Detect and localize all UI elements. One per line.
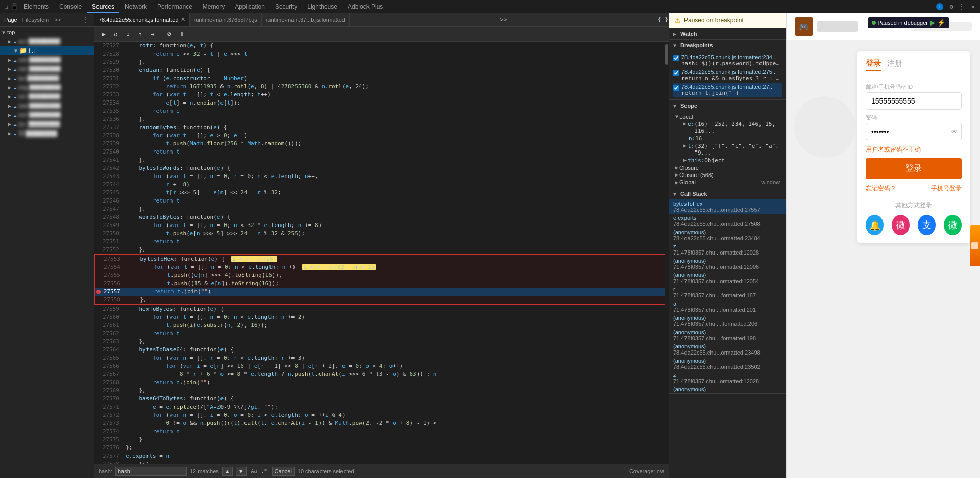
source-tabs-overflow[interactable]: >> bbox=[497, 16, 510, 23]
tab-lighthouse[interactable]: Lighthouse bbox=[302, 0, 342, 13]
social-btn-alipay[interactable]: 支 bbox=[918, 215, 936, 235]
call-stack-section-header[interactable]: ▼ Call Stack bbox=[669, 188, 786, 199]
close-devtools-button[interactable]: ✕ bbox=[968, 2, 978, 12]
tab-console[interactable]: Console bbox=[54, 0, 87, 13]
eye-icon[interactable]: 👁 bbox=[951, 128, 958, 135]
resume-button[interactable]: ▶ bbox=[99, 29, 109, 39]
tab-memory[interactable]: Memory bbox=[198, 0, 230, 13]
sidebar-tab-page[interactable]: Page bbox=[4, 17, 17, 23]
call-stack-item-0[interactable]: bytesToHex 78.4da22c55.chu...ormatted:27… bbox=[669, 199, 786, 214]
search-cancel-button[interactable]: Cancel bbox=[272, 467, 295, 476]
app-phone-login-link[interactable]: 手机号登录 bbox=[931, 184, 962, 193]
social-btn-wechat[interactable]: 微 bbox=[944, 215, 962, 235]
scrollbar-handle[interactable] bbox=[665, 44, 668, 65]
device-icon[interactable]: 📱 bbox=[10, 3, 18, 11]
tab-network[interactable]: Network bbox=[119, 0, 152, 13]
app-resume-icon[interactable]: ▶ bbox=[930, 19, 935, 27]
call-stack-item-10[interactable]: (anonymous) 78.4da22c55.chu...ormatted:2… bbox=[669, 342, 786, 357]
app-login-button[interactable]: 登录 bbox=[866, 158, 962, 179]
search-case-sensitive-button[interactable]: Aa bbox=[250, 467, 259, 476]
sidebar-item-veri[interactable]: ▶ ☁ veri ████████ bbox=[0, 110, 94, 119]
sidebar-item-lan[interactable]: ▶ ☁ lan ████████ bbox=[0, 73, 94, 83]
sidebar-item-stat[interactable]: ▶ ☁ stat ████████ bbox=[0, 101, 94, 110]
tab-adblock[interactable]: Adblock Plus bbox=[342, 0, 388, 13]
search-next-button[interactable]: ▼ bbox=[236, 467, 247, 476]
scope-item-t[interactable]: ▶ t: (32) ["f", "c", "e", "a", "9... bbox=[681, 142, 782, 157]
sidebar-item-cdn1[interactable]: ▶ ☁ cdn ████████ bbox=[0, 55, 94, 64]
sidebar-item-ssl[interactable]: ▶ ☁ ssl- ████████ bbox=[0, 92, 94, 101]
social-btn-weibo[interactable]: 微 bbox=[892, 215, 910, 235]
social-btn-bell[interactable]: 🔔 bbox=[866, 215, 884, 235]
call-stack-item-7[interactable]: a 71.478f0357.chu...:formatted:201 bbox=[669, 299, 786, 314]
sidebar-more-icon[interactable]: ⋮ bbox=[82, 16, 90, 24]
scope-closure-header[interactable]: ▶ Closure bbox=[673, 164, 782, 171]
tab-security[interactable]: Security bbox=[270, 0, 302, 13]
format-icon[interactable]: { } bbox=[657, 14, 669, 26]
breakpoint-checkbox-1[interactable] bbox=[673, 55, 679, 61]
scope-section-header[interactable]: ▼ Scope bbox=[669, 100, 786, 111]
search-regex-button[interactable]: .* bbox=[260, 467, 269, 476]
call-stack-item-9[interactable]: (anonymous) 71.478f0357.chu....formatted… bbox=[669, 328, 786, 342]
sidebar-item-cdn2[interactable]: ▶ ☁ cdn ████████ bbox=[0, 64, 94, 73]
scope-closure568-header[interactable]: ▶ Closure (568) bbox=[673, 171, 782, 179]
call-stack-item-2[interactable]: (anonymous) 78.4da22c55.chu...ormatted:2… bbox=[669, 228, 786, 242]
step-button[interactable]: → bbox=[148, 29, 158, 39]
call-stack-item-11[interactable]: (anonymous) 78.4da22c55.chu...ormatted:2… bbox=[669, 357, 786, 371]
scope-item-e[interactable]: ▶ e: (16) [252, 234, 146, 15, 116... bbox=[681, 120, 782, 135]
watch-section-header[interactable]: ▶ Watch bbox=[669, 28, 786, 39]
deactivate-breakpoints-button[interactable]: ⊘ bbox=[164, 29, 175, 39]
search-prev-button[interactable]: ▲ bbox=[222, 467, 233, 476]
call-stack-item-6[interactable]: r 71.478f0357.chu....formatted:187 bbox=[669, 285, 786, 299]
inspect-icon[interactable]: ☐ bbox=[2, 3, 10, 11]
source-tab-formatted[interactable]: 78.4da22c55.chunk.js:formatted ✕ bbox=[94, 13, 190, 27]
breakpoints-section-header[interactable]: ▼ Breakpoints bbox=[669, 40, 786, 51]
source-tab-runtime[interactable]: runtime-main.37655f7b.js bbox=[190, 13, 262, 27]
source-tab-runtime-fmt[interactable]: runtime-main.37...b.js:formatted bbox=[262, 13, 350, 27]
app-tab-login[interactable]: 登录 bbox=[866, 59, 881, 71]
sidebar-overflow-icon[interactable]: >> bbox=[54, 17, 61, 23]
call-stack-item-12[interactable]: z 71.478f0357.chu...ormatted:12028 bbox=[669, 371, 786, 385]
scope-item-this[interactable]: ▶ this: Object bbox=[681, 157, 782, 164]
breakpoint-checkbox-3[interactable] bbox=[673, 85, 679, 91]
cloud-icon-cdn2: ☁ bbox=[13, 66, 17, 72]
call-stack-item-8[interactable]: (anonymous) 71.478f0357.chu....:formatte… bbox=[669, 314, 786, 328]
call-stack-item-3[interactable]: z 71.478f0357.chu...ormatted:12028 bbox=[669, 242, 786, 257]
call-stack-item-1[interactable]: e.exports 78.4da22c55.chu...ormatted:275… bbox=[669, 214, 786, 228]
sidebar-item-stat-label: stat ████████ bbox=[18, 103, 61, 109]
app-username-input[interactable] bbox=[866, 92, 962, 110]
code-line-27560: 27560 for (var t = [], n = 0; n < e.leng… bbox=[94, 313, 669, 321]
code-editor[interactable]: 27527 rotr: function(e, t) { 27528 retur… bbox=[94, 42, 669, 464]
call-stack-item-4[interactable]: (anonymous) 71.478f0357.chu...ormatted:1… bbox=[669, 257, 786, 271]
step-into-button[interactable]: ↓ bbox=[123, 29, 133, 39]
source-tab-close-1[interactable]: ✕ bbox=[181, 16, 185, 23]
code-line-27575: 27575 } bbox=[94, 436, 669, 444]
call-stack-item-5[interactable]: (anonymous) 71.478f0357.chu...ormatted:1… bbox=[669, 271, 786, 285]
scope-item-n[interactable]: n: 16 bbox=[681, 135, 782, 142]
tab-performance[interactable]: Performance bbox=[152, 0, 198, 13]
app-tab-register[interactable]: 注册 bbox=[887, 59, 902, 71]
tab-sources[interactable]: Sources bbox=[87, 0, 119, 13]
settings-icon[interactable]: ⚙ bbox=[947, 3, 955, 11]
step-over-button[interactable]: ↺ bbox=[111, 29, 121, 39]
sidebar-item-f[interactable]: ▼ 📁 f... bbox=[0, 46, 94, 55]
sidebar-item-acc[interactable]: ▶ ☁ acc ████████ bbox=[0, 37, 94, 46]
sidebar-item-orig[interactable]: ▶ ☁ orig ████████ bbox=[0, 83, 94, 92]
scope-local-header[interactable]: ▼ Local bbox=[673, 113, 782, 120]
pause-exceptions-button[interactable]: ⏸ bbox=[177, 29, 187, 39]
app-password-input[interactable] bbox=[866, 123, 962, 140]
tab-application[interactable]: Application bbox=[230, 0, 270, 13]
app-step-icon[interactable]: ⚡ bbox=[937, 19, 945, 27]
sidebar-item-wx[interactable]: ▶ ☁ wx. ████████ bbox=[0, 119, 94, 129]
search-input[interactable] bbox=[115, 467, 187, 476]
step-out-button[interactable]: ↑ bbox=[135, 29, 145, 39]
sidebar-item-top[interactable]: ▼ top bbox=[0, 28, 94, 37]
app-forgot-password-link[interactable]: 忘记密码？ bbox=[866, 184, 896, 193]
call-stack-item-13[interactable]: (anonymous) bbox=[669, 385, 786, 393]
scope-global-header[interactable]: ▶ Global window bbox=[673, 179, 782, 186]
tab-elements[interactable]: Elements bbox=[18, 0, 54, 13]
breakpoint-checkbox-2[interactable] bbox=[673, 70, 679, 76]
sidebar-item-yun[interactable]: ▶ ☁ 雲 ████████ bbox=[0, 129, 94, 138]
sidebar-tab-filesystem[interactable]: Filesystem bbox=[22, 17, 50, 23]
file-tree: ▼ top ▶ ☁ acc ████████ ▼ 📁 f... bbox=[0, 27, 94, 478]
more-icon[interactable]: ⋮ bbox=[958, 3, 966, 11]
